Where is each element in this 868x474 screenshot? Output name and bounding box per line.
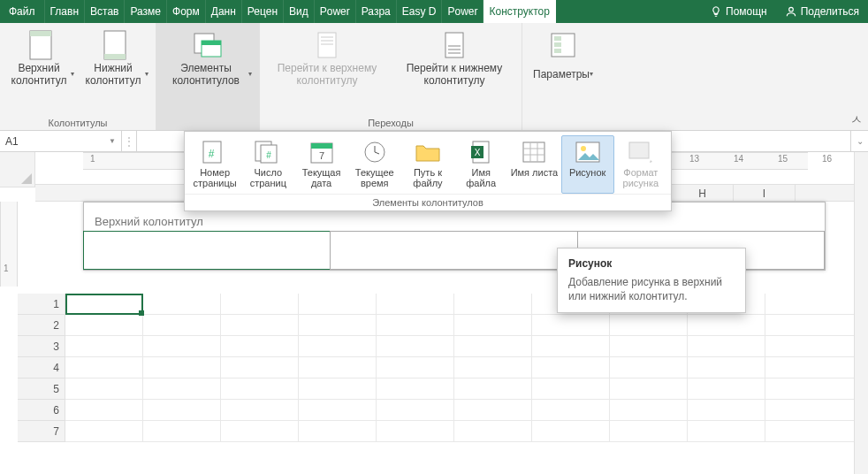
svg-rect-19 [554, 49, 561, 53]
chevron-down-icon: ▼ [109, 137, 116, 145]
lightbulb-icon [710, 5, 722, 18]
tab-layout[interactable]: Разме [125, 0, 167, 23]
goto-footer-icon [439, 30, 469, 60]
ruler-tick: 16 [822, 154, 832, 164]
gallery-picture[interactable]: Рисунок [561, 135, 614, 194]
svg-text:X: X [475, 148, 481, 157]
name-box[interactable]: A1 ▼ [0, 131, 122, 151]
calendar-icon: 7 [307, 139, 337, 165]
svg-text:#: # [267, 150, 272, 160]
elements-gallery: # Номер страницы # Число страниц 7 Текущ… [184, 131, 672, 211]
ribbon-group-headers-caption: Колонтитулы [49, 116, 108, 128]
format-picture-icon [626, 139, 656, 165]
grip-icon: ⋮ [122, 131, 136, 151]
ribbon-group-navigation-caption: Переходы [368, 116, 414, 128]
svg-rect-41 [629, 142, 649, 158]
col-header[interactable]: H [672, 185, 734, 203]
tab-data[interactable]: Данн [206, 0, 242, 23]
goto-footer-button[interactable]: Перейти к нижнему колонтитулу [392, 27, 516, 90]
gallery-file-name[interactable]: X Имя файла [454, 135, 507, 194]
svg-rect-18 [554, 42, 561, 47]
svg-rect-2 [30, 31, 51, 36]
gallery-page-count[interactable]: # Число страниц [241, 135, 294, 194]
gallery-label: Формат рисунка [616, 167, 666, 188]
tab-home[interactable]: Главн [45, 0, 86, 23]
tab-power2[interactable]: Power [442, 0, 483, 23]
vertical-ruler: 1 [0, 202, 18, 474]
header-button[interactable]: Верхний колонтитул ▾ [5, 27, 76, 90]
row-header[interactable]: 1 [18, 294, 65, 315]
folder-icon [413, 139, 443, 165]
goto-header-button: Перейти к верхнему колонтитулу [265, 27, 389, 90]
tell-me-label: Помощн [726, 5, 767, 18]
footer-button[interactable]: Нижний колонтитул ▾ [80, 27, 150, 90]
header-button-label: Верхний колонтитул [7, 62, 71, 87]
row-header[interactable]: 2 [18, 315, 65, 336]
goto-header-label: Перейти к верхнему колонтитулу [267, 62, 387, 87]
elements-dropdown[interactable]: Элементы колонтитулов ▾ [162, 27, 254, 90]
gallery-label: Номер страницы [190, 167, 240, 188]
person-icon [785, 5, 797, 18]
tell-me-button[interactable]: Помощн [701, 0, 776, 23]
share-label: Поделиться [801, 5, 859, 18]
ribbon-group-options: Параметры▾ [522, 23, 604, 130]
gallery-file-path[interactable]: Путь к файлу [401, 135, 454, 194]
tab-review[interactable]: Рецен [242, 0, 284, 23]
gallery-label: Имя файла [456, 167, 506, 188]
row-header[interactable]: 4 [18, 357, 65, 378]
row-header[interactable]: 6 [18, 400, 65, 421]
tab-insert[interactable]: Встав [85, 0, 125, 23]
clock-icon [360, 139, 390, 165]
gallery-sheet-name[interactable]: Имя листа [507, 135, 560, 194]
header-page-icon [26, 30, 56, 60]
share-button[interactable]: Поделиться [776, 0, 868, 23]
gallery-format-picture: Формат рисунка [614, 135, 667, 194]
svg-rect-7 [202, 41, 221, 45]
tab-developer[interactable]: Разра [356, 0, 397, 23]
fill-handle[interactable] [139, 310, 144, 316]
ruler-tick: 15 [778, 154, 788, 164]
ribbon-group-headers: Верхний колонтитул ▾ Нижний колонтитул ▾… [0, 23, 156, 130]
tab-design[interactable]: Конструктор [483, 0, 555, 23]
tab-view[interactable]: Вид [284, 0, 315, 23]
tab-easyd[interactable]: Easy D [397, 0, 443, 23]
options-icon [548, 30, 578, 60]
footer-page-icon [100, 30, 130, 60]
gallery-label: Текущая дата [296, 167, 346, 188]
select-all-corner[interactable] [0, 152, 35, 187]
ribbon-group-options-caption [561, 116, 564, 128]
header-field-left[interactable] [83, 231, 331, 270]
elements-dropdown-label: Элементы колонтитулов [164, 62, 248, 87]
ribbon-group-elements-caption [206, 116, 209, 128]
svg-point-0 [788, 7, 793, 11]
svg-text:#: # [209, 148, 215, 160]
ribbon-tabbar: Файл Главн Встав Разме Форм Данн Рецен В… [0, 0, 868, 23]
tab-formulas[interactable]: Форм [167, 0, 206, 23]
collapse-ribbon-button[interactable]: ㅅ [850, 112, 863, 128]
row-header[interactable]: 5 [18, 378, 65, 400]
svg-point-40 [581, 146, 586, 151]
gallery-current-time[interactable]: Текущее время [348, 135, 401, 194]
formula-bar-expand[interactable]: ⌄ [850, 131, 868, 151]
name-box-value: A1 [5, 135, 19, 148]
row-header[interactable]: 3 [18, 336, 65, 357]
tab-power1[interactable]: Power [315, 0, 356, 23]
ruler-tick: 1 [4, 264, 9, 273]
gallery-page-number[interactable]: # Номер страницы [188, 135, 241, 194]
goto-footer-label: Перейти к нижнему колонтитулу [394, 62, 514, 87]
options-button-label: Параметры [533, 68, 590, 80]
gallery-current-date[interactable]: 7 Текущая дата [294, 135, 347, 194]
col-header[interactable]: I [734, 185, 796, 203]
row-headers[interactable]: 1 2 3 4 5 6 7 [18, 294, 65, 442]
page-number-icon: # [200, 139, 230, 165]
page-count-icon: # [253, 139, 283, 165]
row-header[interactable]: 7 [18, 421, 65, 442]
header-field-center[interactable] [330, 231, 577, 270]
tooltip: Рисунок Добавление рисунка в верхний или… [557, 248, 746, 313]
vertical-scrollbar[interactable] [854, 152, 868, 474]
active-cell[interactable] [65, 294, 143, 315]
tab-file[interactable]: Файл [0, 0, 45, 23]
options-button[interactable]: Параметры▾ [528, 27, 598, 90]
cell-grid[interactable] [65, 294, 854, 442]
elements-icon [193, 30, 223, 60]
